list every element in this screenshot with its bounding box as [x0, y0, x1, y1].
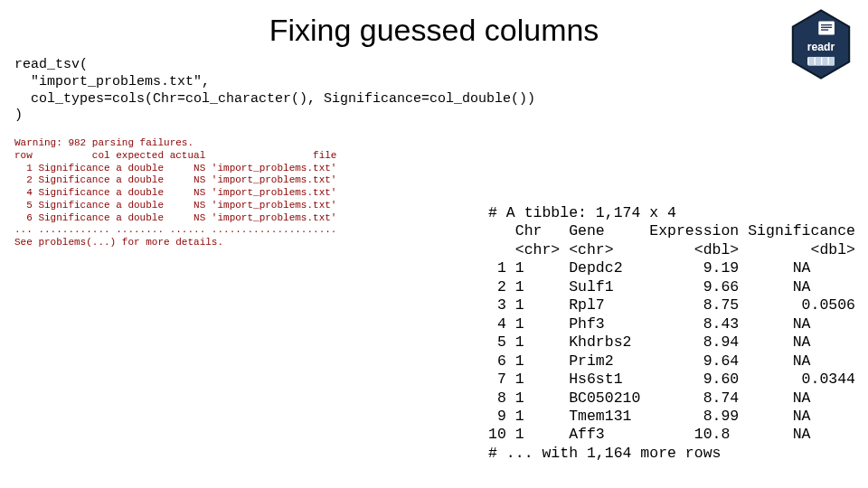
tibble-header: # A tibble: 1,174 x 4 [488, 204, 676, 221]
tibble-footer: # ... with 1,164 more rows [488, 445, 721, 462]
table-row: 3 1 Rpl7 8.75 0.0506 [488, 296, 855, 314]
svg-rect-4 [821, 29, 828, 30]
warning-line: 1 Significance a double NS 'import_probl… [14, 163, 336, 174]
table-row: 5 1 Khdrbs2 8.94 NA [488, 333, 810, 351]
svg-rect-6 [808, 57, 814, 65]
code-line: "import_problems.txt", [14, 74, 210, 89]
tibble-output: # A tibble: 1,174 x 4 Chr Gene Expressio… [488, 204, 855, 463]
warning-line: See problems(...) for more details. [14, 237, 223, 248]
code-line: ) [14, 108, 23, 123]
table-row: 6 1 Prim2 9.64 NA [488, 352, 810, 370]
slide: readr Fixing guessed columns read_tsv( "… [0, 0, 868, 488]
slide-title: Fixing guessed columns [14, 13, 854, 48]
code-line: col_types=cols(Chr=col_character(), Sign… [14, 91, 535, 107]
table-row: 7 1 Hs6st1 9.60 0.0344 [488, 371, 855, 388]
warning-line: Warning: 982 parsing failures. [14, 137, 193, 148]
readr-logo-label: readr [807, 41, 835, 53]
warning-line: 2 Significance a double NS 'import_probl… [14, 174, 336, 185]
svg-rect-9 [829, 57, 835, 65]
warning-line: row col expected actual file [14, 150, 336, 161]
tibble-coltypes: <chr> <chr> <dbl> <dbl> [488, 241, 855, 258]
table-row: 4 1 Phf3 8.43 NA [488, 315, 810, 333]
svg-rect-3 [821, 27, 832, 28]
table-row: 9 1 Tmem131 8.99 NA [488, 408, 810, 425]
readr-hex-logo: readr [790, 9, 852, 80]
code-block: read_tsv( "import_problems.txt", col_typ… [14, 57, 854, 125]
warning-line: 6 Significance a double NS 'import_probl… [14, 212, 336, 223]
table-row: 10 1 Aff3 10.8 NA [488, 426, 810, 443]
warning-line: ... ............ ........ ...... .......… [14, 224, 336, 235]
warning-line: 5 Significance a double NS 'import_probl… [14, 200, 336, 211]
svg-rect-8 [822, 57, 827, 65]
tibble-colnames: Chr Gene Expression Significance [488, 222, 855, 239]
svg-rect-7 [816, 57, 821, 65]
table-row: 8 1 BC050210 8.74 NA [488, 389, 810, 407]
warning-line: 4 Significance a double NS 'import_probl… [14, 187, 336, 198]
table-row: 1 1 Depdc2 9.19 NA [488, 259, 810, 277]
code-line: read_tsv( [14, 57, 88, 72]
svg-rect-2 [821, 24, 832, 25]
table-row: 2 1 Sulf1 9.66 NA [488, 278, 810, 296]
